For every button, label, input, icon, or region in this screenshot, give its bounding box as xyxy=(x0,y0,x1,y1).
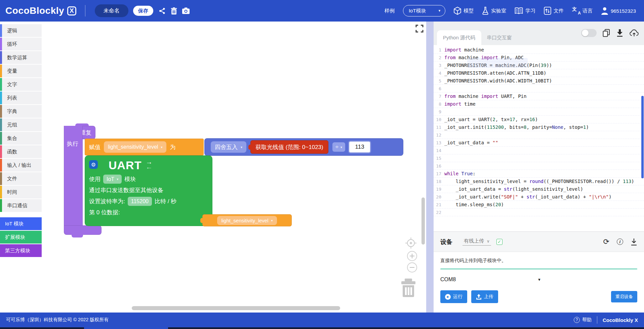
code-line: 1import machine xyxy=(434,46,644,54)
chevron-down-icon: ▼ xyxy=(438,9,441,12)
save-button[interactable]: 保存 xyxy=(133,6,153,16)
repeat-block-bottom[interactable] xyxy=(64,225,102,235)
code-line: 9 xyxy=(434,108,644,116)
operator-dropdown[interactable]: ÷ ▾ xyxy=(332,142,345,152)
set-variable-block[interactable]: 赋值 light_sensitivity_level ▾ 为 xyxy=(85,139,204,155)
line-number: 21 xyxy=(434,202,444,207)
line-number: 20 xyxy=(434,194,444,199)
zoom-in-icon[interactable] xyxy=(407,251,417,261)
sidebar-item[interactable]: 时间 xyxy=(0,186,42,198)
restart-device-button[interactable]: 重启设备 xyxy=(611,291,637,302)
block-connector-nub xyxy=(200,218,203,223)
code-line: 21 time.sleep_ms(20) xyxy=(434,201,644,209)
logo-x-badge: X xyxy=(67,6,76,15)
canvas-horizontal-scrollbar[interactable] xyxy=(132,306,340,310)
uart-send-block[interactable]: ⚙ UART → ← 使用 IoT ▾ 模块 通过串口发送数据至其他设备 设置波… xyxy=(85,155,212,226)
sidebar-item[interactable]: 列表 xyxy=(0,92,42,104)
sidebar-item[interactable]: 元组 xyxy=(0,118,42,131)
sidebar-item[interactable]: 函数 xyxy=(0,145,42,158)
canvas-vertical-scrollbar[interactable] xyxy=(421,197,425,245)
footer: 可可乐博（深圳）科技有限公司 © 2022 版权所有 ? 帮助 CocoBloc… xyxy=(0,313,644,327)
code-text: _iot_uart.init(115200, bits=8, parity=No… xyxy=(444,124,589,130)
nav-model[interactable]: 模型 xyxy=(454,7,474,15)
code-editor[interactable]: 1import machine2from machine import Pin,… xyxy=(434,45,644,231)
code-edit-toggle[interactable] xyxy=(581,29,597,37)
filename-pill[interactable]: 未命名 xyxy=(95,4,128,17)
math-expression-block[interactable]: 四舍五入 ▾ 获取光线值 (范围: 0~1023) ÷ ▾ 113 xyxy=(204,138,403,156)
trash-icon[interactable] xyxy=(400,278,417,297)
nav-language[interactable]: 文A 语言 xyxy=(572,7,593,14)
sidebar-module-item[interactable]: 第三方模块 xyxy=(0,244,42,257)
user-avatar-icon xyxy=(601,7,608,15)
panel-resizer[interactable] xyxy=(426,22,434,313)
run-button[interactable]: ▶ 运行 xyxy=(440,290,467,303)
download-code-icon[interactable] xyxy=(616,29,623,37)
code-scrollbar[interactable] xyxy=(641,96,644,178)
screenshot-icon[interactable] xyxy=(182,7,190,14)
book-icon xyxy=(515,7,523,14)
sidebar-item[interactable]: 集合 xyxy=(0,132,42,145)
do-label: 执行 xyxy=(67,140,78,148)
variable-dropdown[interactable]: light_sensitivity_level ▾ xyxy=(217,216,277,225)
variable-value-block[interactable]: light_sensitivity_level ▾ xyxy=(202,214,292,226)
sidebar-item[interactable]: 变量 xyxy=(0,65,42,77)
model-cube-icon xyxy=(454,7,461,15)
code-line: 13_iot_uart_data = "" xyxy=(434,139,644,147)
code-line: 4_PHOTONRESISTOR.atten(ADC.ATTN_11DB) xyxy=(434,69,644,77)
nav-files[interactable]: 文件 xyxy=(544,7,564,15)
refresh-devices-icon[interactable]: ⟳ xyxy=(603,239,609,245)
zoom-out-icon[interactable] xyxy=(407,262,417,273)
gear-icon[interactable]: ⚙ xyxy=(89,160,98,169)
firmware-download-icon[interactable] xyxy=(631,238,637,246)
chevron-down-icon: ∨ xyxy=(487,239,490,244)
module-type-select[interactable]: IoT模块 ▼ xyxy=(403,5,445,16)
sidebar-item[interactable]: 文件 xyxy=(0,172,42,185)
code-text: light_sensitivity_level = round((_PHOTON… xyxy=(444,179,634,184)
sidebar-module-item[interactable]: 扩展模块 xyxy=(0,231,42,244)
tab-serial-monitor[interactable]: 串口交互窗 xyxy=(487,35,512,41)
variable-dropdown[interactable]: light_sensitivity_level ▾ xyxy=(104,141,166,153)
code-line: 20 _iot_uart.write("SOF|" + str(_iot_uar… xyxy=(434,193,644,201)
delete-icon[interactable] xyxy=(171,7,177,14)
baud-rate-field[interactable]: 115200 xyxy=(128,197,152,206)
sidebar-item[interactable]: 文字 xyxy=(0,78,42,91)
device-panel: 设备 有线上传 ∨ ✓ ⟳ i 直接将代码上传到电子模块中。 COM8 ▼ xyxy=(434,231,644,313)
footer-divider xyxy=(597,316,597,324)
sidebar-item[interactable]: 逻辑 xyxy=(0,24,42,37)
sidebar-item[interactable]: 字典 xyxy=(0,105,42,118)
sidebar-item[interactable]: 数学运算 xyxy=(0,51,42,64)
user-account[interactable]: 965152323 xyxy=(601,7,636,15)
repeat-block-bottom-notch xyxy=(72,234,83,237)
fullscreen-icon[interactable] xyxy=(415,25,424,33)
cloud-upload-icon[interactable] xyxy=(630,29,639,37)
info-icon[interactable]: i xyxy=(617,239,623,245)
samples-link[interactable]: 样例 xyxy=(385,8,395,14)
upload-icon xyxy=(476,294,482,300)
line-number: 1 xyxy=(434,47,444,52)
caret-down-icon: ▾ xyxy=(117,177,118,181)
nav-lab[interactable]: 实验室 xyxy=(482,7,506,15)
round-dropdown[interactable]: 四舍五入 ▾ xyxy=(211,141,246,153)
code-line: 22 xyxy=(434,209,644,216)
sidebar-module-item[interactable]: IoT 模块 xyxy=(0,217,42,230)
sidebar-item[interactable]: 输入 / 输出 xyxy=(0,159,42,172)
light-sensor-block[interactable]: 获取光线值 (范围: 0~1023) xyxy=(250,140,328,154)
com-port-select[interactable]: COM8 ▼ xyxy=(440,277,541,283)
sidebar-item[interactable]: 串口通信 xyxy=(0,199,42,212)
mode-checkbox[interactable]: ✓ xyxy=(496,239,502,245)
nav-learn[interactable]: 学习 xyxy=(515,7,535,14)
assign-keyword: 赋值 xyxy=(89,143,100,151)
code-text: while True: xyxy=(444,171,476,176)
center-view-icon[interactable] xyxy=(405,237,417,249)
tab-python-source[interactable]: Python 源代码 xyxy=(437,30,481,45)
upload-button[interactable]: 上传 xyxy=(471,290,498,303)
sidebar-item[interactable]: 循环 xyxy=(0,38,42,50)
help-link[interactable]: ? 帮助 xyxy=(574,317,592,323)
copy-icon[interactable] xyxy=(603,29,610,37)
code-text: import machine xyxy=(444,47,484,52)
module-dropdown[interactable]: IoT ▾ xyxy=(103,175,122,184)
divisor-number-field[interactable]: 113 xyxy=(349,142,370,152)
upload-mode-select[interactable]: 有线上传 ∨ xyxy=(462,238,491,246)
blockly-workspace[interactable]: 一直重复 执行 赋值 light_sensitivity_level ▾ 为 四… xyxy=(42,22,426,313)
share-icon[interactable] xyxy=(159,7,166,14)
